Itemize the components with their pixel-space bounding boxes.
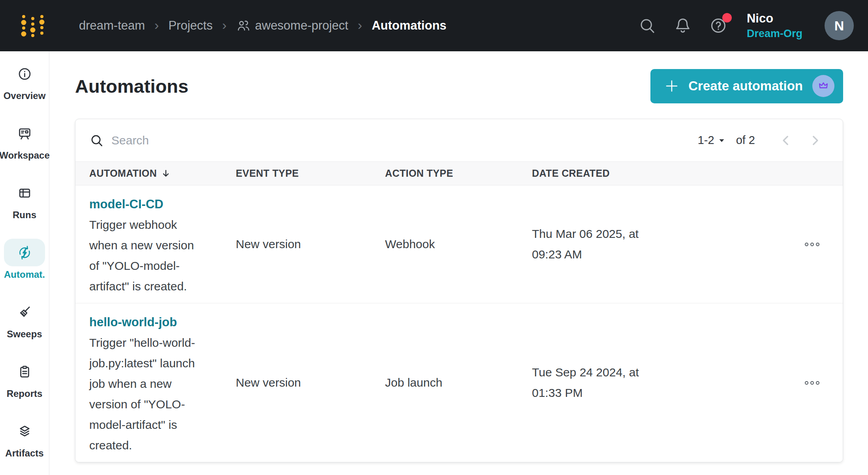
navbar-actions: Nico Dream-Org N	[638, 11, 854, 40]
breadcrumb-project[interactable]: awesome-project	[236, 19, 348, 33]
sidebar: Overview Workspace Runs	[0, 51, 49, 475]
page-range-dropdown[interactable]: 1-2	[698, 134, 725, 147]
column-header-event-type[interactable]: EVENT TYPE	[236, 168, 385, 179]
create-automation-label: Create automation	[688, 79, 803, 94]
automation-description: Trigger "hello-world-job.py:latest" laun…	[89, 333, 204, 456]
sort-desc-icon	[161, 168, 171, 179]
breadcrumb: dream-team › Projects › awesome-project …	[79, 19, 447, 33]
automation-description: Trigger webhook when a new version of "Y…	[89, 215, 204, 297]
wandb-logo-icon[interactable]	[21, 13, 47, 38]
automation-name-link[interactable]: hello-world-job	[89, 312, 236, 333]
plus-icon	[664, 78, 680, 94]
sidebar-item-automations[interactable]: Automat.	[0, 239, 49, 280]
sidebar-item-workspace[interactable]: Workspace	[0, 120, 49, 161]
page-title: Automations	[75, 75, 188, 97]
column-header-automation[interactable]: AUTOMATION	[89, 168, 236, 179]
reports-clipboard-icon	[17, 365, 32, 379]
date-created-cell: Thu Mar 06 2025, at 09:23 AM	[532, 224, 646, 265]
user-name: Nico	[747, 11, 802, 26]
prev-page-button[interactable]	[777, 132, 795, 149]
date-created-cell: Tue Sep 24 2024, at 01:33 PM	[532, 362, 646, 403]
column-header-date-created[interactable]: DATE CREATED	[532, 168, 800, 179]
row-actions-kebab-icon[interactable]	[802, 239, 823, 249]
search-input[interactable]	[111, 134, 698, 147]
artifacts-layers-icon	[17, 424, 32, 439]
breadcrumb-projects[interactable]: Projects	[168, 19, 212, 33]
page-range-label: 1-2	[698, 134, 714, 147]
sidebar-item-runs[interactable]: Runs	[0, 179, 49, 221]
table-header: AUTOMATION EVENT TYPE ACTION TYPE DATE C…	[75, 162, 843, 185]
sidebar-item-label: Artifacts	[5, 448, 43, 459]
caret-down-icon	[718, 138, 725, 143]
table-row: hello-world-job Trigger "hello-world-job…	[75, 303, 843, 462]
sidebar-item-label: Overview	[4, 90, 46, 101]
automations-table-card: 1-2 of 2 AUTOMATION	[75, 119, 843, 462]
breadcrumb-team[interactable]: dream-team	[79, 19, 145, 33]
next-page-button[interactable]	[806, 132, 824, 149]
sidebar-item-overview[interactable]: Overview	[0, 60, 49, 101]
sidebar-item-label: Reports	[7, 388, 43, 399]
crown-icon	[817, 80, 829, 92]
notifications-bell-icon[interactable]	[673, 16, 692, 35]
column-label: EVENT TYPE	[236, 168, 299, 179]
search-icon[interactable]	[638, 16, 657, 35]
breadcrumb-current: Automations	[372, 19, 446, 33]
chevron-left-icon	[778, 133, 794, 148]
search-icon	[89, 133, 104, 148]
column-label: AUTOMATION	[89, 168, 157, 179]
chevron-right-icon	[807, 133, 823, 148]
automations-sync-bolt-icon	[17, 245, 32, 260]
workspace-board-icon	[17, 126, 32, 141]
action-type-cell: Webhook	[385, 185, 532, 303]
row-actions-kebab-icon[interactable]	[802, 378, 823, 388]
table-toolbar: 1-2 of 2	[75, 119, 843, 162]
top-navbar: dream-team › Projects › awesome-project …	[0, 0, 868, 51]
user-org: Dream-Org	[747, 27, 802, 40]
sidebar-item-label: Sweeps	[7, 329, 42, 340]
event-type-cell: New version	[236, 303, 385, 462]
pagination: 1-2 of 2	[698, 132, 824, 149]
table-row: model-CI-CD Trigger webhook when a new v…	[75, 185, 843, 303]
automation-name-link[interactable]: model-CI-CD	[89, 194, 236, 215]
help-icon[interactable]	[709, 16, 728, 35]
breadcrumb-separator-icon: ›	[222, 18, 226, 32]
pagination-total: of 2	[736, 134, 755, 147]
sweeps-broom-icon	[17, 305, 32, 320]
action-type-cell: Job launch	[385, 303, 532, 462]
sidebar-item-label: Runs	[13, 209, 36, 221]
sidebar-item-artifacts[interactable]: Artifacts	[0, 417, 49, 459]
runs-table-icon	[17, 186, 32, 200]
breadcrumb-project-label: awesome-project	[255, 19, 348, 33]
breadcrumb-separator-icon: ›	[358, 18, 362, 32]
team-members-icon	[236, 19, 250, 33]
sidebar-item-label: Workspace	[0, 150, 50, 161]
notification-badge	[722, 13, 732, 22]
sidebar-item-label: Automat.	[4, 269, 45, 280]
sidebar-item-reports[interactable]: Reports	[0, 358, 49, 399]
breadcrumb-separator-icon: ›	[154, 18, 159, 32]
info-icon	[17, 67, 32, 81]
user-menu[interactable]: Nico Dream-Org	[747, 11, 802, 40]
premium-crown-badge	[812, 75, 834, 97]
main-content: Automations Create automation	[49, 51, 868, 475]
avatar[interactable]: N	[825, 11, 854, 40]
column-header-action-type[interactable]: ACTION TYPE	[385, 168, 532, 179]
column-label: ACTION TYPE	[385, 168, 453, 179]
sidebar-item-sweeps[interactable]: Sweeps	[0, 298, 49, 340]
event-type-cell: New version	[236, 185, 385, 303]
create-automation-button[interactable]: Create automation	[650, 69, 843, 103]
column-label: DATE CREATED	[532, 168, 610, 179]
